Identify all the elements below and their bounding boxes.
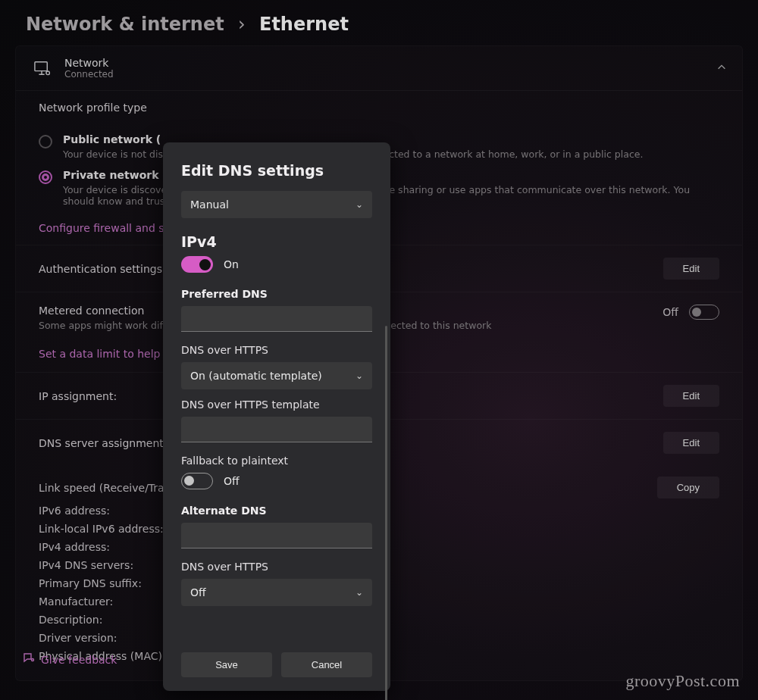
ipv4-heading: IPv4	[181, 233, 372, 250]
dialog-title: Edit DNS settings	[181, 162, 372, 179]
mode-value: Manual	[190, 198, 229, 211]
preferred-dns-input[interactable]	[181, 306, 372, 332]
alternate-dns-label: Alternate DNS	[181, 505, 372, 517]
ipv4-toggle[interactable]	[181, 256, 213, 273]
dialog-scrollbar[interactable]	[385, 326, 387, 700]
chevron-down-icon: ⌄	[356, 370, 363, 381]
chevron-down-icon: ⌄	[356, 587, 363, 598]
alternate-dns-input[interactable]	[181, 523, 372, 548]
doh-template-input[interactable]	[181, 417, 372, 442]
fallback-toggle[interactable]	[181, 473, 213, 489]
doh2-value: Off	[190, 586, 206, 598]
doh1-select[interactable]: On (automatic template) ⌄	[181, 362, 372, 389]
mode-select[interactable]: Manual ⌄	[181, 191, 372, 218]
doh2-select[interactable]: Off ⌄	[181, 579, 372, 606]
doh1-value: On (automatic template)	[190, 370, 322, 382]
save-button[interactable]: Save	[181, 652, 272, 677]
preferred-dns-label: Preferred DNS	[181, 288, 372, 300]
chevron-down-icon: ⌄	[356, 199, 363, 210]
cancel-button[interactable]: Cancel	[281, 652, 372, 677]
doh1-label: DNS over HTTPS	[181, 344, 372, 356]
ipv4-toggle-label: On	[224, 258, 239, 270]
fallback-toggle-label: Off	[224, 475, 240, 487]
doh-template-label: DNS over HTTPS template	[181, 398, 372, 411]
edit-dns-dialog: Edit DNS settings Manual ⌄ IPv4 On Prefe…	[163, 142, 390, 691]
doh2-label: DNS over HTTPS	[181, 561, 372, 573]
fallback-label: Fallback to plaintext	[181, 455, 372, 467]
